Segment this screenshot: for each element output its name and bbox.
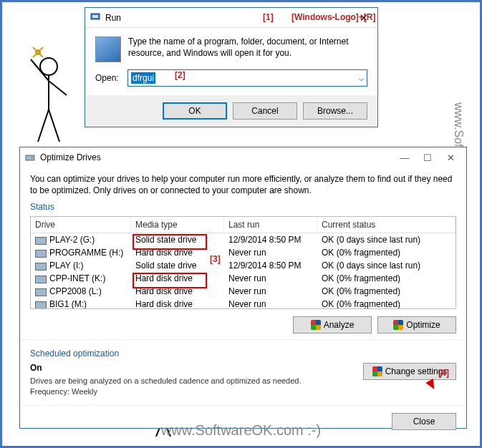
annotation-3: [3]: [210, 254, 221, 264]
run-dialog: Run ✕ [1] [Windows-Logo]+[R] Type the na…: [85, 7, 378, 127]
status-section-label: Status: [20, 199, 466, 213]
close-icon[interactable]: ✕: [439, 152, 462, 163]
cell-drive: CPP2008 (L:): [31, 285, 131, 298]
cell-media: Hard disk drive: [131, 298, 224, 309]
svg-rect-1: [92, 15, 98, 18]
scheduled-text1: Drives are being analyzed on a scheduled…: [30, 376, 363, 386]
cell-drive: PLAY-2 (G:): [31, 233, 131, 246]
table-row[interactable]: PLAY (I:)Solid state drive12/9/2014 8:50…: [31, 259, 456, 272]
analyze-button[interactable]: Analyze: [293, 316, 372, 333]
drive-list-header: Drive Media type Last run Current status: [31, 217, 456, 233]
optimize-titlebar: Optimize Drives — ☐ ✕: [20, 147, 466, 167]
cell-last: Never run: [224, 298, 317, 309]
table-row[interactable]: PLAY-2 (G:)Solid state drive12/9/2014 8:…: [31, 233, 456, 246]
annotation-4: [4]: [438, 368, 449, 378]
stick-figure-1: [24, 45, 74, 145]
cell-status: OK (0 days since last run): [317, 233, 456, 246]
browse-button[interactable]: Browse...: [303, 102, 367, 120]
run-big-icon: [95, 36, 121, 62]
run-title-text: Run: [105, 13, 121, 23]
cell-last: 12/9/2014 8:50 PM: [224, 259, 317, 272]
drive-icon: [35, 301, 47, 309]
drive-list[interactable]: Drive Media type Last run Current status…: [30, 216, 456, 309]
optimize-title-text: Optimize Drives: [40, 152, 101, 162]
open-input-value: dfrgui: [131, 72, 155, 84]
svg-line-5: [49, 81, 67, 95]
cell-status: OK (0% fragmented): [317, 298, 456, 309]
cell-last: Never run: [224, 285, 317, 298]
cell-status: OK (0% fragmented): [317, 285, 456, 298]
annotation-2: [2]: [175, 70, 185, 80]
open-label: Open:: [95, 73, 120, 83]
chevron-down-icon[interactable]: ⌵: [359, 73, 364, 83]
red-highlight-1: [134, 235, 206, 248]
cell-status: OK (0 days since last run): [317, 259, 456, 272]
svg-point-19: [32, 157, 33, 158]
cell-last: Never run: [224, 246, 317, 259]
optimize-icon: [24, 151, 36, 165]
maximize-icon[interactable]: ☐: [416, 152, 439, 163]
table-row[interactable]: PROGRAMME (H:)Hard disk driveNever runOK…: [31, 246, 456, 259]
cell-status: OK (0% fragmented): [317, 272, 456, 285]
table-row[interactable]: CPP-INET (K:)Hard disk driveNever runOK …: [31, 272, 456, 285]
table-row[interactable]: CPP2008 (L:)Hard disk driveNever runOK (…: [31, 285, 456, 298]
optimize-drives-window: Optimize Drives — ☐ ✕ You can optimize y…: [19, 147, 467, 429]
scheduled-on: On: [30, 363, 363, 373]
svg-line-4: [31, 59, 49, 81]
cell-status: OK (0% fragmented): [317, 246, 456, 259]
red-highlight-2: [134, 274, 206, 287]
optimize-description: You can optimize your drives to help you…: [20, 167, 466, 199]
drive-icon: [35, 263, 47, 271]
col-status[interactable]: Current status: [317, 217, 456, 233]
shield-icon: [393, 320, 403, 330]
cell-drive: PROGRAMME (H:): [31, 246, 131, 259]
svg-rect-18: [26, 155, 34, 160]
cancel-button[interactable]: Cancel: [233, 102, 297, 120]
drive-icon: [35, 276, 47, 283]
drive-icon: [35, 288, 47, 296]
cell-last: 12/9/2014 8:50 PM: [224, 233, 317, 246]
drive-icon: [35, 250, 47, 258]
minimize-icon[interactable]: —: [393, 152, 416, 163]
close-button[interactable]: Close: [392, 413, 456, 430]
cell-drive: PLAY (I:): [31, 259, 131, 272]
shield-icon: [311, 320, 321, 330]
optimize-button[interactable]: Optimize: [377, 316, 456, 333]
ok-button[interactable]: OK: [163, 102, 227, 120]
col-drive[interactable]: Drive: [31, 217, 131, 233]
svg-line-7: [49, 109, 59, 142]
open-combobox[interactable]: dfrgui [2] ⌵: [127, 69, 367, 87]
annotation-1: [1]: [263, 12, 274, 22]
cell-last: Never run: [224, 272, 317, 285]
shield-icon: [372, 366, 382, 376]
annotation-1b: [Windows-Logo]+[R]: [291, 12, 376, 22]
scheduled-section-label: Scheduled optimization: [20, 339, 466, 360]
cell-drive: BIG1 (M:): [31, 298, 131, 309]
cell-drive: CPP-INET (K:): [31, 272, 131, 285]
svg-line-6: [38, 109, 49, 142]
run-description: Type the name of a program, folder, docu…: [128, 36, 367, 62]
col-media[interactable]: Media type: [131, 217, 224, 233]
scheduled-text2: Frequency: Weekly: [30, 386, 363, 396]
table-row[interactable]: BIG1 (M:)Hard disk driveNever runOK (0% …: [31, 298, 456, 309]
run-icon: [90, 11, 101, 24]
col-last[interactable]: Last run: [224, 217, 317, 233]
drive-icon: [35, 237, 47, 245]
